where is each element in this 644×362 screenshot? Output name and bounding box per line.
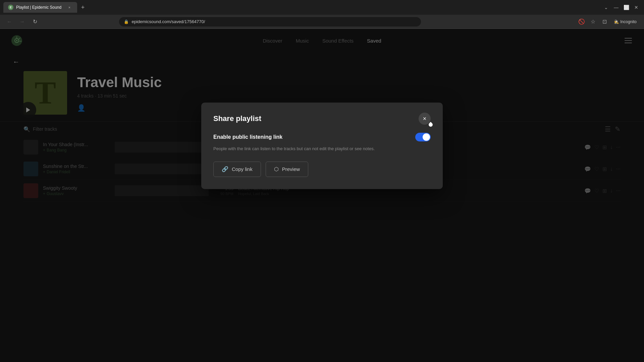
reload-button[interactable]: ↻ — [30, 17, 40, 26]
incognito-badge: 🕵 Incognito — [611, 17, 639, 26]
modal-header: Share playlist × — [213, 113, 431, 125]
share-playlist-modal: Share playlist × Enable public listening… — [201, 103, 443, 189]
lock-icon: 🔒 — [124, 19, 129, 24]
toggle-description: People with the link can listen to the t… — [213, 145, 431, 152]
public-link-toggle[interactable] — [415, 133, 431, 141]
copy-link-button[interactable]: 🔗 Copy link — [213, 162, 261, 177]
url-text: epidemicsound.com/saved/17564770/ — [131, 19, 416, 24]
modal-title: Share playlist — [213, 114, 261, 123]
split-view-icon[interactable]: ⊡ — [600, 17, 609, 26]
bookmark-icon[interactable]: ☆ — [588, 17, 598, 26]
tab-list-button[interactable]: ⌄ — [602, 3, 610, 12]
no-camera-icon: 🚫 — [577, 17, 586, 26]
close-window-button[interactable]: ✕ — [632, 3, 641, 12]
browser-titlebar: E Playlist | Epidemic Sound × + ⌄ — ⬜ ✕ — [0, 0, 644, 15]
modal-overlay — [0, 29, 644, 362]
browser-tab-active[interactable]: E Playlist | Epidemic Sound × — [3, 2, 77, 13]
tab-bar: E Playlist | Epidemic Sound × + — [3, 2, 87, 13]
preview-label: Preview — [282, 166, 300, 172]
address-bar-row: ← → ↻ 🔒 epidemicsound.com/saved/17564770… — [0, 15, 644, 29]
toggle-row: Enable public listening link — [213, 133, 431, 141]
toggle-knob — [423, 133, 430, 141]
tab-favicon: E — [8, 5, 13, 10]
window-controls: ⌄ — ⬜ ✕ — [602, 3, 641, 12]
address-bar-actions: 🚫 ☆ ⊡ 🕵 Incognito — [577, 17, 639, 26]
close-icon: × — [423, 115, 427, 122]
app-container: Discover Music Sound Effects Saved ← T T… — [0, 29, 644, 362]
incognito-icon: 🕵 — [614, 19, 619, 24]
copy-link-label: Copy link — [232, 166, 253, 172]
browser-chrome: E Playlist | Epidemic Sound × + ⌄ — ⬜ ✕ … — [0, 0, 644, 29]
incognito-label: Incognito — [620, 19, 637, 24]
modal-close-button[interactable]: × — [419, 113, 431, 125]
toggle-label: Enable public listening link — [213, 134, 282, 140]
minimize-button[interactable]: — — [612, 3, 621, 12]
tab-close-button[interactable]: × — [66, 4, 72, 10]
address-bar[interactable]: 🔒 epidemicsound.com/saved/17564770/ — [119, 17, 421, 26]
tab-title: Playlist | Epidemic Sound — [16, 5, 64, 10]
modal-buttons: 🔗 Copy link ⬡ Preview — [213, 162, 431, 177]
maximize-button[interactable]: ⬜ — [622, 3, 631, 12]
preview-button[interactable]: ⬡ Preview — [266, 162, 308, 177]
forward-nav-button[interactable]: → — [17, 17, 27, 26]
external-link-icon: ⬡ — [274, 166, 279, 172]
cursor-indicator — [428, 122, 434, 128]
back-nav-button[interactable]: ← — [5, 17, 14, 26]
new-tab-button[interactable]: + — [78, 3, 87, 12]
link-icon: 🔗 — [222, 166, 228, 172]
